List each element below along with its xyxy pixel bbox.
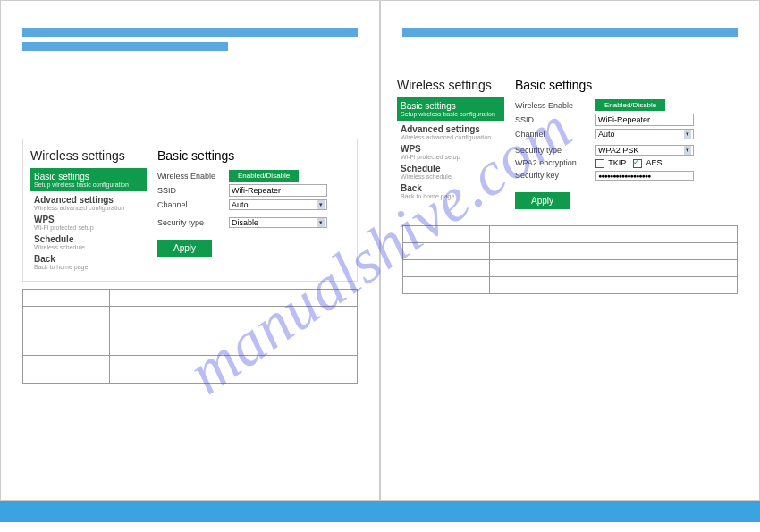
nav-label: Basic settings <box>401 101 501 111</box>
select-security-type[interactable]: WPA2 PSK ▾ <box>595 145 694 156</box>
chevron-down-icon: ▾ <box>317 218 325 227</box>
nav-label: Back <box>401 183 504 193</box>
nav-schedule[interactable]: Schedule Wireless schedule <box>30 232 147 250</box>
nav-label: WPS <box>34 215 147 224</box>
content-title: Basic settings <box>515 78 743 92</box>
nav-desc: Back to home page <box>34 264 147 270</box>
checkbox-tkip-label: TKIP <box>608 158 626 167</box>
apply-button[interactable]: Apply <box>515 192 570 209</box>
nav-desc: Setup wireless basic configuration <box>401 111 501 117</box>
content-area: Basic settings Wireless Enable Enabled/D… <box>504 78 743 209</box>
nav-advanced-settings[interactable]: Advanced settings Wireless advanced conf… <box>397 122 504 140</box>
nav-label: Schedule <box>34 234 147 244</box>
header-bar-1 <box>22 28 358 37</box>
nav-desc: Wireless advanced configuration <box>401 134 504 140</box>
nav-label: Advanced settings <box>34 195 147 205</box>
sidebar: Wireless settings Basic settings Setup w… <box>397 78 504 209</box>
chevron-down-icon: ▾ <box>684 146 691 155</box>
content-title: Basic settings <box>157 148 350 163</box>
label-channel: Channel <box>157 200 229 209</box>
nav-wps[interactable]: WPS Wi-Fi protected setup <box>397 142 504 160</box>
settings-panel: Wireless settings Basic settings Setup w… <box>22 139 358 282</box>
settings-panel: Wireless settings Basic settings Setup w… <box>393 69 747 218</box>
toggle-wireless-enable[interactable]: Enabled/Disable <box>595 99 665 111</box>
select-value: Auto <box>232 200 249 209</box>
nav-label: Schedule <box>401 164 504 173</box>
select-channel[interactable]: Auto ▾ <box>595 129 694 139</box>
nav-label: Basic settings <box>34 172 143 182</box>
header-bar-2 <box>22 42 228 51</box>
header-bar-1 <box>402 28 738 37</box>
label-channel: Channel <box>515 130 595 139</box>
checkbox-aes[interactable] <box>633 159 642 168</box>
blank-table <box>22 289 358 384</box>
checkbox-aes-wrap[interactable]: AES <box>633 158 662 168</box>
nav-back[interactable]: Back Back to home page <box>30 252 147 270</box>
checkbox-aes-label: AES <box>646 158 662 167</box>
nav-desc: Wireless schedule <box>34 244 147 250</box>
label-wpa2-encryption: WPA2 encryption <box>515 158 595 167</box>
input-security-key[interactable]: ●●●●●●●●●●●●●●●●●● <box>595 171 694 181</box>
label-security-type: Security type <box>515 146 595 155</box>
nav-advanced-settings[interactable]: Advanced settings Wireless advanced conf… <box>30 193 147 211</box>
nav-label: WPS <box>401 144 504 154</box>
input-ssid[interactable]: Wifi-Repeater <box>229 184 327 197</box>
nav-label: Back <box>34 254 147 264</box>
label-security-type: Security type <box>157 218 229 227</box>
checkbox-tkip-wrap[interactable]: TKIP <box>595 158 626 168</box>
nav-desc: Setup wireless basic configuration <box>34 182 143 188</box>
label-security-key: Security key <box>515 171 595 180</box>
nav-label: Advanced settings <box>401 124 504 134</box>
blank-table <box>402 225 738 294</box>
input-ssid[interactable]: WiFi-Repeater <box>595 114 694 126</box>
sidebar-title: Wireless settings <box>30 148 147 163</box>
checkbox-tkip[interactable] <box>595 159 604 168</box>
sidebar: Wireless settings Basic settings Setup w… <box>30 148 147 272</box>
label-ssid: SSID <box>157 186 229 195</box>
nav-schedule[interactable]: Schedule Wireless schedule <box>397 162 504 180</box>
label-ssid: SSID <box>515 115 595 124</box>
select-channel[interactable]: Auto ▾ <box>229 199 327 210</box>
nav-desc: Wireless advanced configuration <box>34 205 147 211</box>
nav-basic-settings[interactable]: Basic settings Setup wireless basic conf… <box>30 168 147 191</box>
footer-bar <box>0 501 760 522</box>
nav-desc: Wi-Fi protected setup <box>401 154 504 160</box>
page-left: Wireless settings Basic settings Setup w… <box>0 0 380 501</box>
nav-desc: Wi-Fi protected setup <box>34 224 147 231</box>
nav-back[interactable]: Back Back to home page <box>397 182 504 199</box>
chevron-down-icon: ▾ <box>317 200 325 209</box>
nav-desc: Back to home page <box>401 193 504 199</box>
content-area: Basic settings Wireless Enable Enabled/D… <box>147 148 350 272</box>
page-right: Wireless settings Basic settings Setup w… <box>380 0 760 501</box>
sidebar-title: Wireless settings <box>397 78 504 92</box>
page-spread: Wireless settings Basic settings Setup w… <box>0 0 760 501</box>
nav-desc: Wireless schedule <box>401 173 504 180</box>
select-value: Disable <box>232 218 258 227</box>
toggle-wireless-enable[interactable]: Enabled/Disable <box>229 170 299 182</box>
select-value: WPA2 PSK <box>598 146 638 155</box>
label-wireless-enable: Wireless Enable <box>515 101 595 110</box>
nav-wps[interactable]: WPS Wi-Fi protected setup <box>30 213 147 231</box>
select-value: Auto <box>598 130 615 139</box>
apply-button[interactable]: Apply <box>157 240 212 257</box>
nav-basic-settings[interactable]: Basic settings Setup wireless basic conf… <box>397 97 504 121</box>
select-security-type[interactable]: Disable ▾ <box>229 217 327 228</box>
label-wireless-enable: Wireless Enable <box>157 172 229 181</box>
chevron-down-icon: ▾ <box>684 130 691 139</box>
